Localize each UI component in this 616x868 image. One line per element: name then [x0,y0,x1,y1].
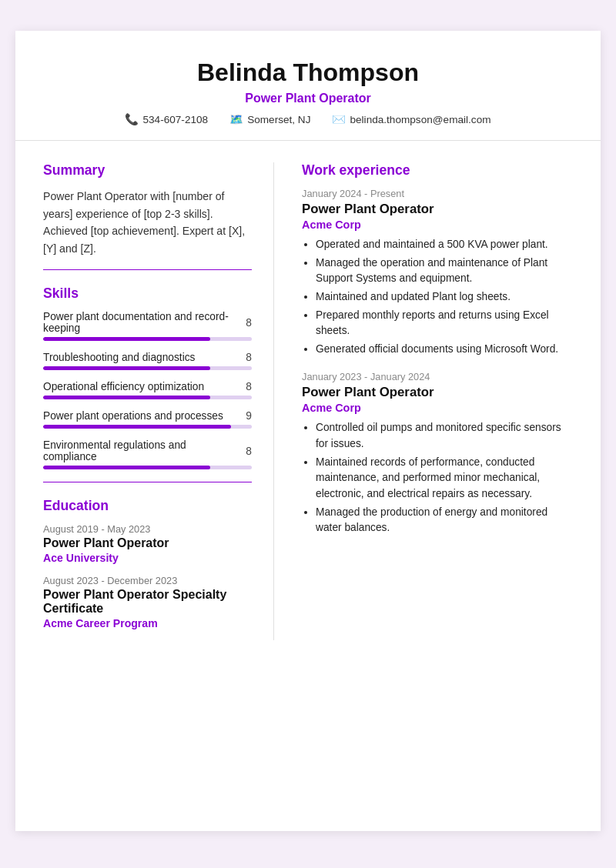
skills-divider [43,482,252,482]
edu-school: Ace University [43,552,252,564]
work-bullet: Managed the production of energy and mon… [316,505,573,536]
summary-section: Summary Power Plant Operator with [numbe… [43,162,252,270]
education-title: Education [43,498,252,514]
skill-score: 8 [246,381,252,392]
work-bullets: Controlled oil pumps and monitored speci… [302,420,573,536]
education-section: Education August 2019 - May 2023 Power P… [43,498,252,629]
work-bullet: Controlled oil pumps and monitored speci… [316,420,573,452]
skill-score: 9 [246,410,252,422]
left-column: Summary Power Plant Operator with [numbe… [43,162,274,640]
summary-title: Summary [43,162,252,179]
skill-item: Operational efficiency optimization 8 [43,381,252,399]
skill-label: Operational efficiency optimization [43,381,204,392]
phone-item: 📞 534-607-2108 [125,113,208,126]
work-bullets: Operated and maintained a 500 KVA power … [302,237,573,357]
work-bullet: Maintained records of performance, condu… [316,455,573,502]
header-contact: 📞 534-607-2108 🗺️ Somerset, NJ ✉️ belind… [46,113,570,126]
work-bullet: Maintained and updated Plant log sheets. [316,289,573,305]
work-date: January 2023 - January 2024 [302,371,573,382]
location-value: Somerset, NJ [247,114,310,125]
education-item: August 2023 - December 2023 Power Plant … [43,575,252,629]
work-bullet: Prepared monthly reports and returns usi… [316,308,573,339]
work-item: January 2024 - Present Power Plant Opera… [302,188,573,357]
work-bullet: Managed the operation and maintenance of… [316,255,573,287]
work-company: Acme Corp [302,219,573,231]
skill-bar-bg [43,425,252,429]
skill-score: 8 [246,446,252,457]
phone-icon: 📞 [125,113,139,126]
skill-bar-bg [43,366,252,370]
edu-date: August 2019 - May 2023 [43,523,252,535]
edu-degree: Power Plant Operator Specialty Certifica… [43,588,252,616]
edu-date: August 2023 - December 2023 [43,575,252,586]
skill-bar-fill [43,366,210,370]
skill-score: 8 [246,317,252,329]
skill-bar-fill [43,466,210,469]
email-item: ✉️ belinda.thompson@email.com [332,113,490,126]
work-date: January 2024 - Present [302,188,573,199]
email-icon: ✉️ [332,113,346,126]
skill-item: Power plant operations and processes 9 [43,410,252,429]
work-bullet: Operated and maintained a 500 KVA power … [316,237,573,253]
work-title: Power Plant Operator [302,202,573,217]
location-icon: 🗺️ [229,113,243,126]
resume-container: Belinda Thompson Power Plant Operator 📞 … [15,31,601,831]
skill-bar-fill [43,425,231,429]
education-list: August 2019 - May 2023 Power Plant Opera… [43,523,252,629]
summary-text: Power Plant Operator with [number of yea… [43,188,252,257]
skills-section: Skills Power plant documentation and rec… [43,285,252,482]
work-title: Power Plant Operator [302,385,573,400]
location-item: 🗺️ Somerset, NJ [229,113,310,126]
work-bullet: Generated official documents using Micro… [316,342,573,358]
phone-value: 534-607-2108 [142,114,208,125]
skill-label: Environmental regulations and compliance [43,439,239,462]
skill-item: Troubleshooting and diagnostics 8 [43,352,252,370]
work-item: January 2023 - January 2024 Power Plant … [302,371,573,536]
edu-degree: Power Plant Operator [43,536,252,550]
skill-bar-fill [43,337,210,341]
work-section-title: Work experience [302,162,573,179]
right-column: Work experience January 2024 - Present P… [299,162,573,640]
skills-title: Skills [43,285,252,302]
skills-list: Power plant documentation and record-kee… [43,311,252,469]
work-company: Acme Corp [302,402,573,414]
candidate-name: Belinda Thompson [46,58,570,87]
education-item: August 2019 - May 2023 Power Plant Opera… [43,523,252,564]
body-columns: Summary Power Plant Operator with [numbe… [15,141,601,640]
work-list: January 2024 - Present Power Plant Opera… [302,188,573,536]
edu-school: Acme Career Program [43,617,252,629]
skill-item: Power plant documentation and record-kee… [43,311,252,341]
email-value: belinda.thompson@email.com [350,114,490,125]
skill-item: Environmental regulations and compliance… [43,439,252,469]
skill-label: Power plant operations and processes [43,410,223,422]
skill-bar-bg [43,337,252,341]
skill-bar-bg [43,396,252,399]
skill-bar-bg [43,466,252,469]
skill-label: Power plant documentation and record-kee… [43,311,239,334]
header-section: Belinda Thompson Power Plant Operator 📞 … [15,31,601,141]
summary-divider [43,269,252,270]
candidate-title: Power Plant Operator [46,92,570,105]
skill-label: Troubleshooting and diagnostics [43,352,195,363]
skill-bar-fill [43,396,210,399]
skill-score: 8 [246,352,252,363]
